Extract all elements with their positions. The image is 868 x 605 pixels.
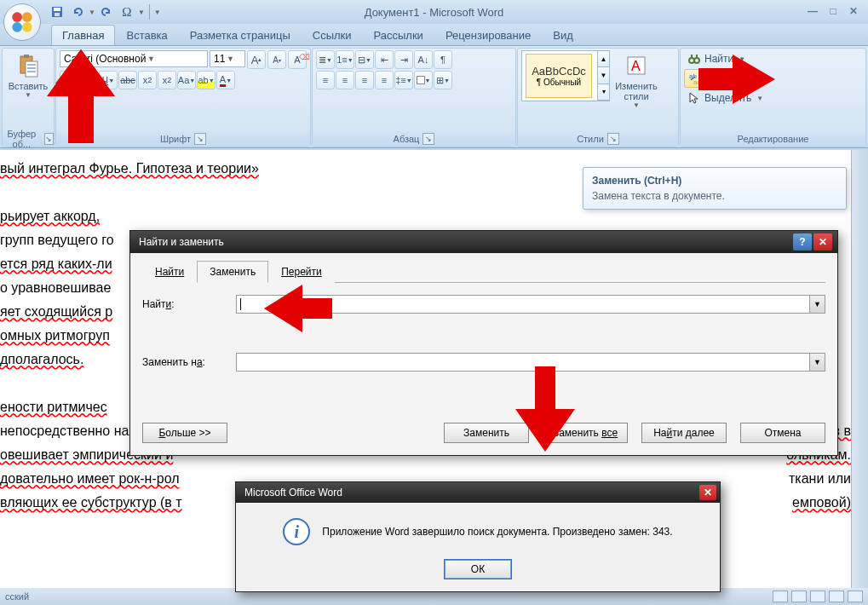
- arrow-2b: [698, 51, 775, 107]
- numbering-icon[interactable]: 1≡▼: [336, 50, 354, 69]
- gallery-more-icon[interactable]: ▾: [598, 84, 609, 101]
- find-history-icon[interactable]: ▼: [809, 296, 825, 313]
- save-icon[interactable]: [48, 3, 66, 21]
- info-icon: i: [283, 518, 310, 545]
- styles-gallery[interactable]: AaBbCcDc ¶ Обычный: [521, 50, 598, 101]
- indent-dec-icon[interactable]: ⇤: [375, 50, 394, 69]
- tab-layout[interactable]: Разметка страницы: [179, 25, 302, 45]
- subscript-icon[interactable]: x2: [138, 71, 157, 89]
- dialog-title: Найти и заменить: [139, 236, 224, 248]
- arrow-4: [511, 366, 579, 452]
- dialog-tab-find[interactable]: Найти: [142, 261, 197, 283]
- find-label: Найти:: [142, 298, 227, 310]
- find-replace-dialog: Найти и заменить ? ✕ Найти Заменить Пере…: [129, 230, 838, 456]
- style-normal[interactable]: AaBbCcDc ¶ Обычный: [526, 54, 592, 98]
- tab-insert[interactable]: Вставка: [115, 25, 178, 45]
- dialog-help-icon[interactable]: ?: [793, 233, 812, 251]
- replace-history-icon[interactable]: ▼: [809, 354, 825, 371]
- borders-icon[interactable]: ⊞▼: [434, 71, 452, 89]
- clear-format-icon[interactable]: A⌫: [288, 50, 307, 69]
- gallery-up-icon[interactable]: ▲: [598, 51, 609, 67]
- gallery-down-icon[interactable]: ▼: [598, 67, 609, 84]
- grow-font-icon[interactable]: A▴: [247, 50, 266, 69]
- window-title: Документ1 - Microsoft Word: [365, 6, 504, 19]
- font-size-combo[interactable]: 11▼: [210, 50, 245, 67]
- svg-point-3: [22, 22, 32, 32]
- cancel-button[interactable]: Отмена: [740, 423, 825, 443]
- group-styles-label: Стили: [577, 134, 604, 144]
- multilevel-icon[interactable]: ⊟▼: [355, 50, 374, 69]
- shading-icon[interactable]: ▼: [414, 71, 433, 89]
- view-web-icon[interactable]: [810, 591, 825, 602]
- tab-home[interactable]: Главная: [51, 25, 115, 45]
- view-outline-icon[interactable]: [829, 591, 844, 602]
- align-justify-icon[interactable]: ≡: [375, 71, 394, 89]
- styles-launcher-icon[interactable]: ↘: [607, 133, 619, 145]
- minimize-icon[interactable]: —: [805, 3, 820, 19]
- align-center-icon[interactable]: ≡: [336, 71, 354, 89]
- ok-button[interactable]: ОК: [444, 559, 512, 579]
- msgbox-titlebar[interactable]: Microsoft Office Word ✕: [236, 482, 720, 503]
- svg-point-2: [12, 22, 22, 32]
- svg-rect-5: [54, 8, 60, 11]
- dialog-titlebar[interactable]: Найти и заменить ? ✕: [130, 231, 837, 253]
- paragraph-launcher-icon[interactable]: ↘: [423, 133, 434, 145]
- svg-rect-6: [55, 13, 60, 16]
- strike-icon[interactable]: abc: [118, 71, 137, 89]
- shrink-font-icon[interactable]: A▾: [267, 50, 286, 69]
- replace-tooltip: Заменить (Ctrl+H) Замена текста в докуме…: [583, 167, 847, 210]
- group-font-label: Шрифт: [160, 134, 191, 144]
- line-spacing-icon[interactable]: ‡≡▼: [394, 71, 413, 89]
- arrow-3: [264, 283, 332, 334]
- align-left-icon[interactable]: ≡: [316, 71, 335, 89]
- group-paragraph-label: Абзац: [394, 134, 420, 144]
- undo-icon[interactable]: [68, 3, 87, 21]
- ribbon-tabs: Главная Вставка Разметка страницы Ссылки…: [0, 24, 868, 46]
- status-language[interactable]: сский: [5, 591, 29, 602]
- find-next-button[interactable]: Найти далее: [641, 423, 727, 443]
- group-styles: AaBbCcDc ¶ Обычный ▲ ▼ ▾ A Изменить стил…: [517, 48, 679, 147]
- omega-icon[interactable]: Ω: [118, 3, 136, 21]
- msgbox-text: Приложение Word завершило поиск документ…: [322, 526, 672, 538]
- pilcrow-icon[interactable]: ¶: [434, 50, 452, 69]
- align-right-icon[interactable]: ≡: [355, 71, 374, 89]
- svg-rect-8: [24, 55, 29, 58]
- office-button[interactable]: [3, 3, 41, 41]
- maximize-icon[interactable]: □: [825, 3, 841, 19]
- indent-inc-icon[interactable]: ⇥: [394, 50, 413, 69]
- svg-text:A: A: [631, 59, 641, 73]
- change-styles-button[interactable]: A Изменить стили ▼: [612, 50, 661, 111]
- tooltip-title: Заменить (Ctrl+H): [592, 175, 837, 187]
- more-button[interactable]: Больше >>: [142, 423, 227, 443]
- font-launcher-icon[interactable]: ↘: [194, 133, 206, 145]
- bullets-icon[interactable]: ≣▼: [316, 50, 335, 69]
- dialog-close-icon[interactable]: ✕: [813, 233, 832, 251]
- sort-icon[interactable]: A↓: [414, 50, 433, 69]
- quick-access-toolbar: ▼ Ω ▼ ▼: [48, 3, 161, 21]
- msgbox-close-icon[interactable]: ✕: [699, 485, 716, 500]
- tab-references[interactable]: Ссылки: [302, 25, 363, 45]
- group-editing-label: Редактирование: [738, 134, 809, 144]
- tab-mailings[interactable]: Рассылки: [363, 25, 434, 45]
- svg-point-1: [22, 12, 32, 22]
- group-paragraph: ≣▼ 1≡▼ ⊟▼ ⇤ ⇥ A↓ ¶ ≡ ≡ ≡ ≡ ‡≡▼ ▼ ⊞▼ Абза…: [312, 48, 516, 147]
- message-box: Microsoft Office Word ✕ i Приложение Wor…: [235, 481, 721, 592]
- replace-label: Заменить на:: [142, 356, 227, 368]
- svg-rect-9: [26, 61, 37, 77]
- tab-view[interactable]: Вид: [542, 25, 584, 45]
- change-case-icon[interactable]: Aa▼: [177, 71, 196, 89]
- font-color-icon[interactable]: A▼: [216, 71, 235, 89]
- dialog-tab-goto[interactable]: Перейти: [268, 261, 335, 283]
- superscript-icon[interactable]: x2: [158, 71, 176, 89]
- window-close-icon[interactable]: ✕: [846, 3, 861, 19]
- dialog-tab-replace[interactable]: Заменить: [197, 261, 268, 283]
- redo-icon[interactable]: [97, 3, 116, 21]
- vertical-scrollbar[interactable]: [851, 150, 868, 588]
- view-print-layout-icon[interactable]: [773, 591, 788, 602]
- tab-review[interactable]: Рецензирование: [434, 25, 542, 45]
- msgbox-title: Microsoft Office Word: [244, 487, 342, 498]
- view-draft-icon[interactable]: [848, 591, 863, 602]
- svg-point-0: [12, 12, 22, 22]
- view-fullscreen-icon[interactable]: [791, 591, 807, 602]
- highlight-icon[interactable]: ab▼: [197, 71, 216, 89]
